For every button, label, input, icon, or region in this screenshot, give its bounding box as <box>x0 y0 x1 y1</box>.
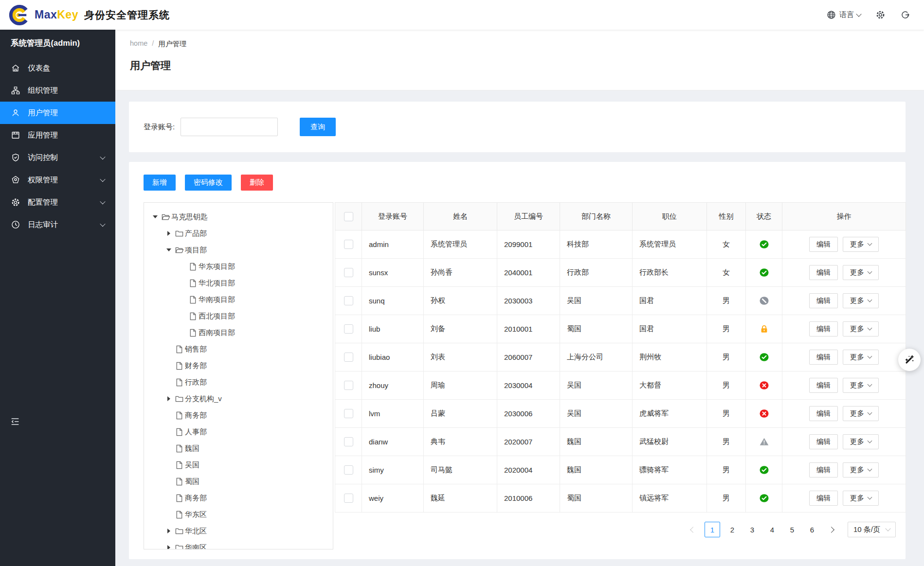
edit-button[interactable]: 编辑 <box>809 321 838 336</box>
status-active-icon <box>760 494 769 503</box>
file-icon <box>175 443 184 453</box>
tree-node[interactable]: 华南项目部 <box>144 291 333 308</box>
edit-button[interactable]: 编辑 <box>809 491 838 506</box>
caret-right-icon[interactable] <box>163 529 175 533</box>
row-checkbox[interactable] <box>344 268 353 277</box>
more-button[interactable]: 更多 <box>843 237 879 252</box>
more-button[interactable]: 更多 <box>843 491 879 506</box>
edit-button[interactable]: 编辑 <box>809 237 838 252</box>
sidebar-item-app[interactable]: 应用管理 <box>0 124 115 146</box>
tree-node[interactable]: 项目部 <box>144 242 333 258</box>
row-checkbox[interactable] <box>344 240 353 249</box>
tree-node[interactable]: 西南项目部 <box>144 324 333 341</box>
table-row: sunq孙权2030003吴国国君男编辑更多 <box>335 287 906 315</box>
login-account-input[interactable] <box>181 118 278 136</box>
collapse-sidebar-icon[interactable] <box>10 416 20 427</box>
logout-icon[interactable] <box>900 10 910 20</box>
sidebar-item-org[interactable]: 组织管理 <box>0 79 115 102</box>
tree-node[interactable]: 蜀国 <box>144 473 333 490</box>
row-checkbox[interactable] <box>344 437 353 446</box>
edit-button[interactable]: 编辑 <box>809 293 838 308</box>
theme-wand-button[interactable] <box>898 349 921 371</box>
gender-cell: 男 <box>707 456 746 484</box>
edit-button[interactable]: 编辑 <box>809 350 838 365</box>
prev-page-button[interactable] <box>685 522 700 537</box>
breadcrumb-home[interactable]: home <box>130 39 147 49</box>
tree-node[interactable]: 华南区 <box>144 539 333 549</box>
caret-right-icon[interactable] <box>163 231 175 236</box>
tree-node[interactable]: 华北项目部 <box>144 275 333 291</box>
page-4-button[interactable]: 4 <box>764 522 780 537</box>
tree-node[interactable]: 行政部 <box>144 374 333 390</box>
page-5-button[interactable]: 5 <box>784 522 800 537</box>
tree-node[interactable]: 华东区 <box>144 506 333 523</box>
change-password-button[interactable]: 密码修改 <box>185 175 232 191</box>
tree-node[interactable]: 销售部 <box>144 341 333 357</box>
sidebar-item-access[interactable]: 访问控制 <box>0 146 115 169</box>
page-2-button[interactable]: 2 <box>725 522 740 537</box>
file-icon <box>175 493 184 503</box>
sidebar-item-config[interactable]: 配置管理 <box>0 191 115 213</box>
caret-right-icon[interactable] <box>163 545 175 549</box>
more-button[interactable]: 更多 <box>843 406 879 421</box>
more-button[interactable]: 更多 <box>843 350 879 365</box>
sidebar-item-user[interactable]: 用户管理 <box>0 102 115 124</box>
employee-no-cell: 2030006 <box>497 400 560 428</box>
row-checkbox[interactable] <box>344 465 353 475</box>
login-account-cell: dianw <box>362 428 424 456</box>
tree-node[interactable]: 财务部 <box>144 357 333 374</box>
status-cell <box>746 428 782 456</box>
table-row: liubiao刘表2060007上海分公司荆州牧男编辑更多 <box>335 343 906 371</box>
page-size-select[interactable]: 10 条/页 <box>848 522 896 537</box>
sidebar-item-permission[interactable]: 权限管理 <box>0 169 115 191</box>
tree-node[interactable]: 魏国 <box>144 440 333 457</box>
next-page-button[interactable] <box>824 522 840 537</box>
more-button[interactable]: 更多 <box>843 293 879 308</box>
tree-node[interactable]: 商务部 <box>144 407 333 424</box>
sidebar-item-label: 配置管理 <box>28 197 58 208</box>
caret-down-icon[interactable] <box>163 248 175 251</box>
row-checkbox[interactable] <box>344 381 353 390</box>
tree-node[interactable]: 人事部 <box>144 424 333 440</box>
add-button[interactable]: 新增 <box>144 175 176 191</box>
more-button[interactable]: 更多 <box>843 321 879 336</box>
select-all-checkbox[interactable] <box>344 212 353 221</box>
edit-button[interactable]: 编辑 <box>809 378 838 393</box>
more-button[interactable]: 更多 <box>843 378 879 393</box>
row-checkbox[interactable] <box>344 494 353 503</box>
edit-button[interactable]: 编辑 <box>809 462 838 478</box>
tree-node[interactable]: 吴国 <box>144 457 333 473</box>
tree-node-label: 商务部 <box>185 494 207 503</box>
page-3-button[interactable]: 3 <box>744 522 760 537</box>
caret-right-icon[interactable] <box>163 396 175 401</box>
login-account-cell: simy <box>362 456 424 484</box>
row-checkbox[interactable] <box>344 324 353 334</box>
sidebar-item-dashboard[interactable]: 仪表盘 <box>0 57 115 79</box>
tree-node[interactable]: 产品部 <box>144 225 333 242</box>
row-checkbox[interactable] <box>344 353 353 362</box>
more-button[interactable]: 更多 <box>843 462 879 478</box>
sidebar-item-audit[interactable]: 日志审计 <box>0 213 115 236</box>
tree-node[interactable]: 马克思钥匙 <box>144 209 333 225</box>
page-1-button[interactable]: 1 <box>705 522 720 537</box>
tree-node[interactable]: 华北区 <box>144 523 333 539</box>
tree-node[interactable]: 商务部 <box>144 490 333 506</box>
settings-gear-icon[interactable] <box>875 10 886 20</box>
org-icon <box>11 86 20 95</box>
tree-node[interactable]: 分支机构_v <box>144 390 333 407</box>
row-checkbox[interactable] <box>344 409 353 418</box>
edit-button[interactable]: 编辑 <box>809 265 838 280</box>
tree-node[interactable]: 西北项目部 <box>144 308 333 324</box>
more-button[interactable]: 更多 <box>843 434 879 449</box>
page-6-button[interactable]: 6 <box>804 522 820 537</box>
more-button[interactable]: 更多 <box>843 265 879 280</box>
caret-down-icon[interactable] <box>149 215 161 218</box>
tree-node-label: 吴国 <box>185 460 199 470</box>
tree-node[interactable]: 华东项目部 <box>144 258 333 275</box>
language-menu[interactable]: 语言 <box>826 10 861 20</box>
edit-button[interactable]: 编辑 <box>809 434 838 449</box>
delete-button[interactable]: 删除 <box>241 175 273 191</box>
row-checkbox[interactable] <box>344 296 353 305</box>
query-button[interactable]: 查询 <box>300 118 336 136</box>
edit-button[interactable]: 编辑 <box>809 406 838 421</box>
